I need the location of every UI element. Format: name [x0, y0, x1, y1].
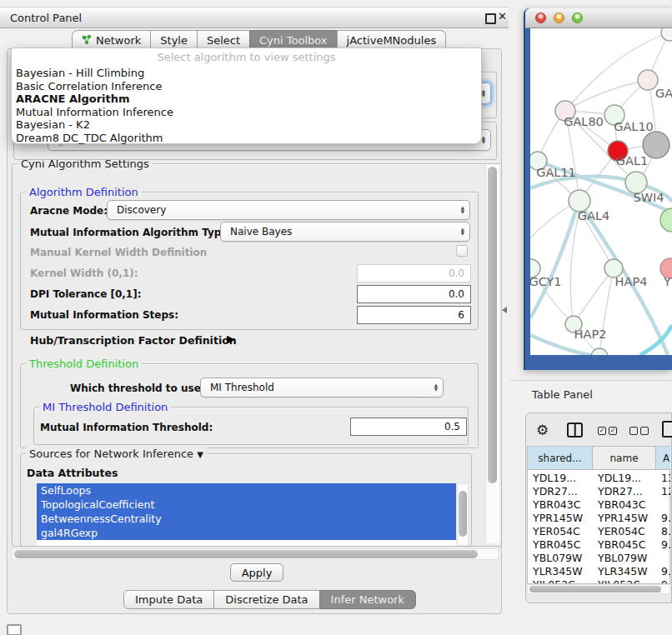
hub-definition-label: Hub/Transcription Factor Definition: [30, 334, 237, 347]
control-panel-title: Control Panel: [10, 12, 82, 24]
table-cell[interactable]: 9.: [661, 538, 670, 551]
stepper-arrows-icon: ▲▼: [482, 136, 485, 144]
table-cell[interactable]: YPR145W: [533, 512, 583, 524]
node-label: SWI4: [633, 191, 664, 204]
node-label: GAL11: [536, 166, 576, 179]
table-cell[interactable]: YDR27...: [598, 485, 643, 498]
table-cell[interactable]: YLR345W: [533, 565, 583, 578]
aracne-mode-combo[interactable]: Discovery ▲▼: [107, 200, 470, 220]
tab-network[interactable]: Network: [72, 30, 151, 49]
stepper-arrows-icon: ▲▼: [482, 89, 485, 98]
table-cell[interactable]: YPR145W: [598, 512, 648, 524]
node-label: HAP4: [615, 275, 648, 288]
data-attributes-list[interactable]: SelfLoops TopologicalCoefficient Between…: [37, 483, 456, 546]
threshold-definition-legend: Threshold Definition: [26, 358, 142, 370]
column-header-shared-name[interactable]: shared...: [528, 447, 593, 470]
tab-select[interactable]: Select: [197, 30, 250, 49]
node-right-green[interactable]: [660, 208, 672, 232]
table-cell[interactable]: YBR045C: [598, 538, 645, 551]
new-table-icon[interactable]: [662, 421, 672, 438]
float-window-icon[interactable]: [485, 13, 496, 24]
tab-style[interactable]: Style: [150, 30, 198, 49]
mi-threshold-label: Mutual Information Threshold:: [40, 422, 213, 433]
dropdown-item-dream8[interactable]: Dream8 DC_TDC Algorithm: [12, 132, 481, 145]
table-cell[interactable]: 12: [661, 485, 670, 498]
tab-infer-network[interactable]: Infer Network: [319, 590, 416, 609]
table-cell[interactable]: 9.: [661, 565, 670, 578]
node-label: GAL1: [616, 154, 648, 168]
divider: [510, 380, 672, 381]
split-columns-icon[interactable]: [567, 422, 583, 438]
desktop: { "control_panel": { "title": "Control P…: [0, 0, 672, 635]
sources-legend: Sources for Network Inference ▼: [26, 448, 207, 460]
table-cell[interactable]: 8.: [661, 525, 670, 538]
table-cell[interactable]: YIL052C: [533, 578, 575, 583]
settings-horizontal-scrollbar[interactable]: [12, 548, 499, 560]
mi-threshold-definition-legend: MI Threshold Definition: [39, 401, 171, 413]
table-cell[interactable]: YDL19...: [598, 472, 641, 484]
dpi-tolerance-field[interactable]: 0.0: [357, 285, 471, 303]
table-cell[interactable]: YER054C: [533, 525, 580, 538]
table-cell[interactable]: YIL052C: [598, 578, 640, 583]
tab-cyni-toolbox[interactable]: Cyni Toolbox: [249, 30, 338, 49]
table-cell[interactable]: YDR27...: [533, 485, 578, 498]
dropdown-item-bayesian-hill-climbing[interactable]: Bayesian - Hill Climbing: [12, 67, 481, 80]
dropdown-item-aracne[interactable]: ARACNE Algorithm: [12, 92, 481, 106]
stepper-arrows-icon: ▲▼: [434, 383, 438, 392]
select-all-columns-icon[interactable]: ✓✓: [598, 427, 617, 435]
column-header-name[interactable]: name: [593, 447, 656, 470]
dropdown-item-mutual-information[interactable]: Mutual Information Inference: [12, 106, 481, 119]
settings-vertical-scrollbar[interactable]: [485, 165, 499, 543]
mi-type-combo[interactable]: Naive Bayes ▲▼: [220, 222, 470, 242]
manual-kernel-label: Manual Kernel Width Definition: [30, 247, 207, 258]
table-cell[interactable]: 9: [661, 578, 668, 583]
list-item[interactable]: SelfLoops: [37, 483, 456, 498]
panel-resize-grip[interactable]: [502, 307, 507, 313]
list-item[interactable]: gal4RGexp: [37, 526, 456, 540]
table-horizontal-scrollbar[interactable]: [527, 584, 670, 594]
column-header-partial[interactable]: A: [656, 447, 670, 470]
tab-jactivemnodules[interactable]: jActiveMNodules: [337, 30, 447, 49]
mi-threshold-field[interactable]: 0.5: [350, 418, 467, 436]
table-cell[interactable]: YBR043C: [533, 498, 580, 511]
expand-arrow-icon[interactable]: ▶: [227, 332, 235, 345]
close-traffic-light-icon[interactable]: [535, 12, 546, 23]
mi-steps-field[interactable]: 6: [357, 306, 471, 324]
table-cell[interactable]: YBL079W: [598, 552, 647, 564]
deselect-columns-icon[interactable]: [629, 427, 649, 435]
network-thick-edges: [530, 161, 672, 355]
kernel-width-field[interactable]: 0.0: [357, 264, 471, 282]
collapse-arrow-icon[interactable]: ▼: [197, 450, 203, 459]
close-icon[interactable]: ✕: [498, 10, 507, 22]
docked-panel-icon[interactable]: [7, 624, 22, 635]
dropdown-item-basic-correlation[interactable]: Basic Correlation Inference: [12, 80, 481, 93]
table-cell[interactable]: YDL19...: [533, 472, 576, 484]
table-cell[interactable]: 13: [661, 472, 670, 484]
dropdown-header: Select algorithm to view settings: [12, 48, 481, 67]
node-partial-top[interactable]: [661, 28, 672, 41]
zoom-traffic-light-icon[interactable]: [572, 12, 583, 23]
network-view-window: GAL GAL80 GAL10 GAL1 GAL11 SWI4 GAL4 GCY…: [524, 8, 672, 370]
minimize-traffic-light-icon[interactable]: [554, 12, 564, 23]
list-item[interactable]: TopologicalCoefficient: [37, 498, 456, 512]
manual-kernel-checkbox[interactable]: [456, 245, 468, 257]
table-cell[interactable]: YER054C: [598, 525, 645, 538]
which-threshold-combo[interactable]: MI Threshold ▲▼: [200, 378, 444, 398]
table-cell[interactable]: YBR045C: [533, 538, 580, 551]
table-cell[interactable]: YBR043C: [598, 498, 645, 511]
dpi-tolerance-label: DPI Tolerance [0,1]:: [30, 288, 142, 300]
table-cell[interactable]: YBL079W: [533, 552, 582, 564]
network-canvas[interactable]: GAL GAL80 GAL10 GAL1 GAL11 SWI4 GAL4 GCY…: [530, 28, 672, 355]
mi-type-label: Mutual Information Algorithm Type:: [30, 227, 232, 238]
table-cell[interactable]: YLR345W: [598, 565, 648, 578]
apply-button[interactable]: Apply: [230, 563, 283, 582]
table-cell[interactable]: 9.: [661, 512, 670, 524]
dropdown-item-bayesian-k2[interactable]: Bayesian - K2: [12, 118, 481, 132]
list-item[interactable]: BetweennessCentrality: [37, 512, 456, 526]
gear-icon[interactable]: ⚙: [536, 422, 549, 438]
tab-impute-data[interactable]: Impute Data: [123, 590, 214, 609]
attributes-scrollbar[interactable]: [457, 483, 469, 546]
node-label: GAL80: [564, 115, 604, 128]
tab-discretize-data[interactable]: Discretize Data: [213, 590, 319, 609]
mi-steps-label: Mutual Information Steps:: [30, 309, 178, 321]
